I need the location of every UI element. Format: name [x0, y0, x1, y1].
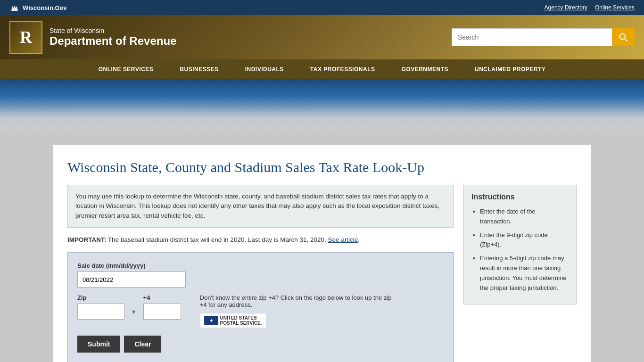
instruction-2: Enter the 9-digit zip code (Zip+4).: [480, 230, 569, 250]
zip-plus-label: +4: [143, 294, 181, 301]
zip-label: Zip: [77, 294, 124, 301]
usps-logo[interactable]: ✦ UNITED STATES POSTAL SERVICE.: [200, 313, 266, 328]
content-main: You may use this lookup to determine the…: [67, 185, 454, 362]
zip-plus-input[interactable]: [143, 304, 181, 320]
zip-plus-field: +4: [143, 294, 181, 320]
main-wrapper: Wisconsin State, County and Stadium Sale…: [0, 136, 644, 362]
wi-logo-text: Wisconsin.Gov: [23, 4, 67, 11]
page-title: Wisconsin State, County and Stadium Sale…: [67, 159, 577, 175]
svg-point-0: [620, 34, 626, 40]
zip-field: Zip: [77, 294, 124, 320]
nav-individuals[interactable]: INDIVIDUALS: [232, 59, 297, 79]
instructions-list: Enter the date of the transaction. Enter…: [471, 207, 569, 293]
usps-logo-text: UNITED STATES POSTAL SERVICE.: [220, 315, 262, 326]
content-sidebar: Instructions Enter the date of the trans…: [463, 185, 577, 304]
info-box: You may use this lookup to determine the…: [67, 185, 454, 228]
logo-letter: R: [20, 27, 32, 47]
tax-lookup-form: Sale date (mm/dd/yyyy) Zip + +4: [67, 252, 454, 362]
agency-directory-link[interactable]: Agency Directory: [545, 4, 587, 11]
usps-info: Don't know the entire zip +4? Click on t…: [200, 294, 398, 328]
header-search: [452, 28, 635, 46]
top-bar: Wisconsin.Gov Agency Directory Online Se…: [0, 0, 644, 15]
button-row: Submit Clear: [77, 336, 444, 353]
header-branding: R State of Wisconsin Department of Reven…: [9, 21, 176, 54]
nav-unclaimed-property[interactable]: UNCLAIMED PROPERTY: [462, 59, 559, 79]
plus-separator: +: [132, 308, 136, 315]
instructions-title: Instructions: [471, 193, 569, 201]
sale-date-row: Sale date (mm/dd/yyyy): [77, 262, 444, 288]
search-icon: [619, 33, 628, 42]
important-text: The baseball stadium district tax will e…: [108, 236, 326, 243]
info-text: You may use this lookup to determine the…: [75, 193, 439, 219]
svg-line-1: [625, 39, 627, 41]
sale-date-label: Sale date (mm/dd/yyyy): [77, 262, 444, 269]
instruction-3: Entering a 5-digit zip code may result i…: [480, 254, 569, 293]
zip-row: Zip + +4 Don't know the entire zip +4? C…: [77, 294, 444, 328]
important-label: IMPORTANT:: [67, 236, 106, 243]
usps-eagle-icon: ✦: [204, 316, 218, 325]
search-input[interactable]: [452, 28, 612, 46]
zip-input[interactable]: [77, 304, 124, 320]
dept-title: State of Wisconsin Department of Revenue: [50, 27, 176, 48]
usps-description: Don't know the entire zip +4? Click on t…: [200, 294, 398, 308]
see-article-link[interactable]: See article: [328, 236, 358, 243]
site-header: R State of Wisconsin Department of Reven…: [0, 15, 644, 59]
nav-governments[interactable]: GOVERNMENTS: [388, 59, 462, 79]
online-services-link[interactable]: Online Services: [595, 4, 635, 11]
important-note: IMPORTANT: The baseball stadium district…: [67, 235, 454, 245]
wi-state-icon: [9, 2, 20, 13]
main-nav: ONLINE SERVICES BUSINESSES INDIVIDUALS T…: [0, 59, 644, 79]
nav-businesses[interactable]: BUSINESSES: [166, 59, 231, 79]
instruction-1: Enter the date of the transaction.: [480, 207, 569, 227]
instructions-box: Instructions Enter the date of the trans…: [463, 185, 577, 304]
zip-group: Zip + +4: [77, 294, 181, 320]
nav-online-services[interactable]: ONLINE SERVICES: [85, 59, 167, 79]
dept-name: Department of Revenue: [50, 34, 176, 48]
wisconsin-logo: Wisconsin.Gov: [9, 2, 67, 13]
submit-button[interactable]: Submit: [77, 336, 120, 353]
hero-banner: [0, 79, 644, 136]
main-content: Wisconsin State, County and Stadium Sale…: [53, 145, 591, 362]
clear-button[interactable]: Clear: [124, 336, 161, 353]
state-name: State of Wisconsin: [50, 27, 176, 34]
dept-logo: R: [9, 21, 42, 54]
top-links: Agency Directory Online Services: [545, 4, 635, 11]
content-layout: You may use this lookup to determine the…: [67, 185, 577, 362]
nav-tax-professionals[interactable]: TAX PROFESSIONALS: [297, 59, 388, 79]
search-button[interactable]: [612, 28, 635, 46]
sale-date-input[interactable]: [77, 272, 186, 288]
